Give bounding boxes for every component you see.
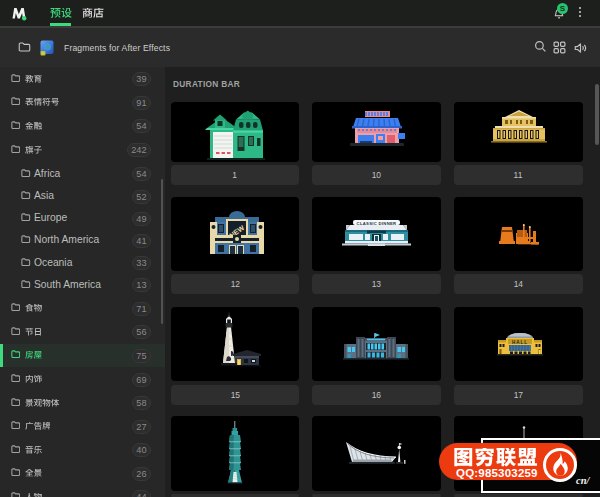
svg-text:CLASSIC DINNER: CLASSIC DINNER <box>357 221 397 226</box>
svg-text:HALL: HALL <box>512 339 528 344</box>
